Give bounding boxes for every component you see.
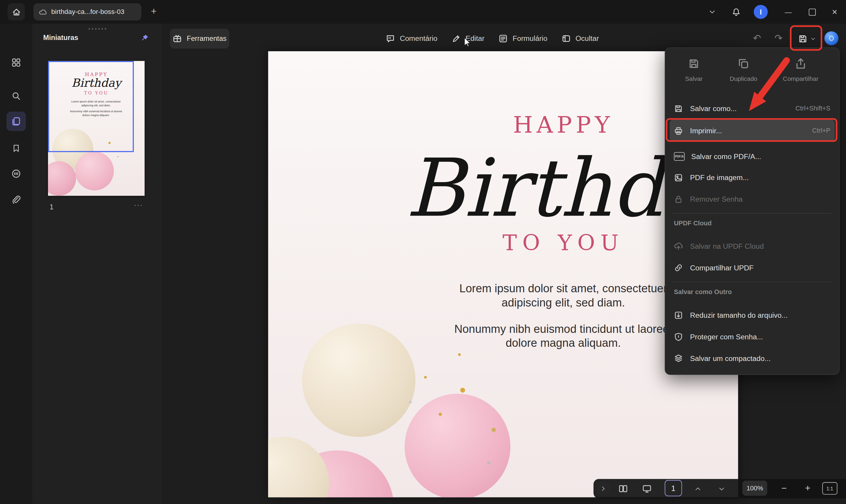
menu-item-label: Salvar na UPDF Cloud bbox=[690, 242, 764, 250]
quick-action-duplicate[interactable]: Duplicado bbox=[719, 58, 768, 82]
rail-item-grid[interactable] bbox=[8, 54, 25, 71]
mode-tabs: Comentário Editar Formulário Ocultar bbox=[386, 29, 599, 49]
avatar-letter: I bbox=[760, 8, 762, 16]
link-icon bbox=[674, 263, 684, 272]
user-avatar[interactable]: I bbox=[754, 5, 768, 19]
expand-statusbar-button[interactable] bbox=[596, 481, 610, 496]
new-tab-button[interactable]: + bbox=[147, 4, 161, 18]
menu-item-save-cloud[interactable]: Salvar na UPDF Cloud bbox=[669, 235, 834, 257]
status-bar: 1 100% − + 1:1 bbox=[594, 479, 846, 498]
monitor-icon bbox=[642, 484, 652, 493]
chevron-up-icon bbox=[694, 485, 701, 492]
menu-item-reduce-size[interactable]: Reduzir tamanho do arquivo... bbox=[669, 304, 834, 326]
zoom-out-button[interactable]: − bbox=[777, 482, 791, 496]
menu-item-label: Compartilhar UPDF bbox=[690, 264, 754, 272]
updf-logo[interactable] bbox=[824, 31, 838, 45]
plus-icon: + bbox=[151, 6, 157, 17]
left-rail bbox=[0, 24, 33, 504]
page-paragraph1: Lorem ipsum dolor sit amet, consectetuer… bbox=[445, 282, 682, 309]
rail-item-annotations[interactable] bbox=[8, 165, 25, 182]
quick-action-save[interactable]: Salvar bbox=[669, 58, 718, 82]
menu-item-pdf-image[interactable]: PDF de imagem... bbox=[669, 167, 834, 188]
cloud-icon bbox=[39, 8, 47, 16]
undo-icon: ↶ bbox=[753, 32, 761, 44]
menu-item-label: Imprimir... bbox=[690, 126, 722, 134]
rail-item-signature[interactable] bbox=[8, 503, 25, 504]
home-icon bbox=[12, 7, 21, 17]
tab-form-label: Formulário bbox=[512, 35, 547, 43]
quick-action-share[interactable]: Compartilhar bbox=[771, 58, 830, 82]
tab-form[interactable]: Formulário bbox=[499, 34, 547, 43]
menu-item-save-compressed[interactable]: Salvar um compactado... bbox=[669, 347, 834, 369]
menu-item-protect-password[interactable]: Proteger com Senha... bbox=[669, 326, 834, 347]
home-button[interactable] bbox=[8, 3, 25, 20]
tab-hide[interactable]: Ocultar bbox=[561, 34, 599, 43]
tab-comment-label: Comentário bbox=[400, 35, 437, 43]
compress-icon bbox=[674, 310, 684, 320]
book-pages-icon bbox=[618, 484, 628, 493]
maximize-button[interactable] bbox=[803, 4, 821, 20]
tab-edit[interactable]: Editar bbox=[451, 34, 485, 43]
menu-divider bbox=[673, 213, 831, 214]
chevron-right-icon bbox=[600, 485, 606, 491]
thumbnails-header: Miniaturas bbox=[43, 34, 78, 41]
comment-icon bbox=[386, 34, 395, 43]
save-chevron-icon[interactable] bbox=[810, 36, 815, 41]
panel-drag-handle[interactable] bbox=[89, 28, 107, 30]
page-number-input[interactable]: 1 bbox=[665, 480, 682, 496]
presentation-mode-button[interactable] bbox=[640, 482, 654, 496]
search-icon bbox=[11, 91, 21, 101]
actual-size-button[interactable]: 1:1 bbox=[822, 482, 838, 494]
thumb-balloon-pink bbox=[75, 151, 114, 191]
redo-button[interactable]: ↷ bbox=[771, 30, 787, 47]
shield-lock-icon bbox=[674, 332, 684, 341]
edit-icon bbox=[451, 34, 461, 43]
hide-icon bbox=[561, 34, 571, 43]
app-window: birthday-ca...for-boss-03 + I — ✕ bbox=[0, 0, 846, 504]
tab-comment[interactable]: Comentário bbox=[386, 34, 437, 43]
titlebar: birthday-ca...for-boss-03 + I — ✕ bbox=[0, 0, 846, 24]
menu-divider bbox=[673, 282, 831, 282]
menu-item-remove-password[interactable]: Remover Senha bbox=[669, 188, 834, 210]
notifications-button[interactable] bbox=[728, 4, 743, 20]
rail-item-attachments[interactable] bbox=[8, 191, 25, 208]
quick-action-save-label: Salvar bbox=[669, 75, 718, 82]
document-tab[interactable]: birthday-ca...for-boss-03 bbox=[34, 3, 141, 20]
close-button[interactable]: ✕ bbox=[826, 4, 844, 20]
menu-item-save-as[interactable]: Salvar como... Ctrl+Shift+S bbox=[669, 98, 834, 119]
tab-hide-label: Ocultar bbox=[576, 35, 599, 43]
window-menu-chevron[interactable] bbox=[705, 5, 720, 19]
page-thumbnail[interactable]: HAPPY Birthday TO YOU Lorem ipsum dolor … bbox=[48, 61, 145, 196]
zoom-level-value: 100% bbox=[746, 484, 763, 492]
next-page-button[interactable] bbox=[715, 482, 728, 496]
menu-item-save-pdfa[interactable]: PDF/A Salvar como PDF/A... bbox=[669, 146, 834, 167]
zoom-in-button[interactable]: + bbox=[801, 482, 815, 496]
save-as-icon bbox=[674, 104, 684, 113]
menu-item-label: Remover Senha bbox=[690, 195, 743, 203]
save-split-button[interactable] bbox=[793, 29, 820, 49]
previous-page-button[interactable] bbox=[690, 482, 704, 496]
save-icon bbox=[688, 58, 700, 70]
rail-item-search[interactable] bbox=[8, 87, 25, 105]
balloon-pink-right bbox=[404, 394, 510, 498]
chevron-down-icon bbox=[718, 485, 725, 492]
undo-button[interactable]: ↶ bbox=[749, 30, 765, 47]
updf-logo-swirl bbox=[828, 35, 835, 42]
menu-item-share-updf[interactable]: Compartilhar UPDF bbox=[669, 257, 834, 278]
menu-item-label: PDF de imagem... bbox=[690, 174, 749, 181]
tools-button[interactable]: Ferramentas bbox=[170, 29, 229, 49]
zoom-level-button[interactable]: 100% bbox=[742, 481, 767, 496]
quick-action-duplicate-label: Duplicado bbox=[719, 75, 768, 82]
menu-item-print[interactable]: Imprimir... Ctrl+P bbox=[669, 120, 834, 141]
rail-item-bookmarks[interactable] bbox=[8, 140, 25, 157]
minus-icon: − bbox=[781, 483, 787, 494]
thumb-more-button[interactable]: ··· bbox=[134, 201, 143, 209]
tools-icon bbox=[173, 34, 182, 43]
minimize-button[interactable]: — bbox=[779, 4, 797, 20]
pages-icon bbox=[11, 116, 21, 126]
thumbnail-panel-toggle[interactable] bbox=[616, 482, 630, 496]
menu-item-label: Salvar como PDF/A... bbox=[691, 152, 761, 161]
rail-item-thumbnails[interactable] bbox=[6, 112, 26, 131]
menu-item-shortcut: Ctrl+Shift+S bbox=[795, 105, 830, 112]
pin-panel-button[interactable] bbox=[138, 31, 151, 44]
